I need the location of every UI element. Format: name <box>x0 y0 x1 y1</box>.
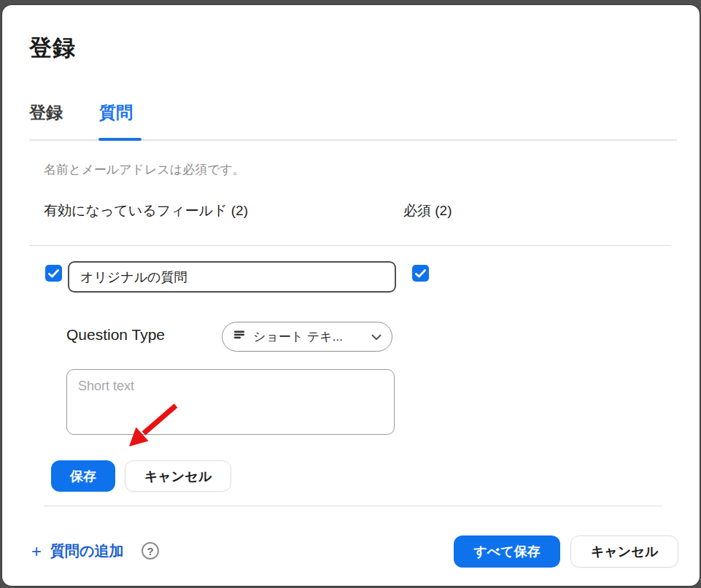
save-all-button[interactable]: すべて保存 <box>454 535 560 568</box>
plus-icon: + <box>31 543 42 560</box>
enabled-checkbox[interactable] <box>45 265 62 282</box>
active-tab-underline <box>98 138 142 141</box>
registration-dialog: 登録 登録 質問 名前とメールアドレスは必須です。 有効になっているフィールド … <box>2 5 700 586</box>
help-icon[interactable]: ? <box>142 542 159 560</box>
question-type-label: Question Type <box>66 326 165 344</box>
add-question-link[interactable]: + 質問の追加 <box>31 541 123 561</box>
answer-preview-textarea[interactable] <box>66 369 395 435</box>
required-checkbox[interactable] <box>412 265 429 282</box>
save-button[interactable]: 保存 <box>51 460 115 492</box>
dialog-title: 登録 <box>29 33 76 63</box>
enabled-fields-header: 有効になっているフィールド (2) <box>44 201 248 220</box>
required-note: 名前とメールアドレスは必須です。 <box>44 161 245 178</box>
checkmark-icon <box>415 269 426 278</box>
add-question-label: 質問の追加 <box>50 541 123 561</box>
checkmark-icon <box>48 269 59 278</box>
cancel-button[interactable]: キャンセル <box>125 460 231 492</box>
question-mark-glyph: ? <box>147 545 153 557</box>
tab-questions[interactable]: 質問 <box>99 101 133 124</box>
header-divider <box>29 245 671 246</box>
footer-cancel-button[interactable]: キャンセル <box>570 535 678 568</box>
footer-divider <box>44 506 662 506</box>
question-type-value: ショート テキ... <box>253 328 367 345</box>
tab-registration[interactable]: 登録 <box>29 101 63 124</box>
screen: 登録 登録 質問 名前とメールアドレスは必須です。 有効になっているフィールド … <box>0 0 701 588</box>
short-text-icon <box>234 330 246 344</box>
question-text-input[interactable] <box>68 261 396 293</box>
required-header: 必須 (2) <box>403 201 452 220</box>
chevron-down-icon <box>371 330 382 344</box>
question-type-select[interactable]: ショート テキ... <box>222 322 392 352</box>
